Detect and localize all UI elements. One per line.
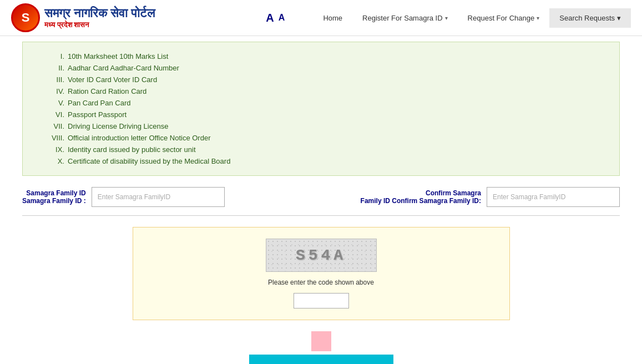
logo-area: S समग्र नागरिक सेवा पोर्टल मध्य प्रदेश श…	[11, 3, 155, 32]
confirm-samagra-family-id-input[interactable]	[487, 187, 620, 207]
font-small-button[interactable]: A	[279, 13, 285, 23]
logo-text: समग्र नागरिक सेवा पोर्टल मध्य प्रदेश शास…	[44, 6, 155, 29]
list-item: X.Certificate of disability issued by th…	[34, 155, 608, 167]
register-arrow-icon: ▾	[445, 15, 448, 21]
logo-icon: S	[11, 3, 40, 32]
nav-search[interactable]: Search Requests ▾	[549, 8, 631, 28]
list-item: V.Pan Card Pan Card	[34, 97, 608, 109]
captcha-code: S54A	[296, 247, 346, 264]
captcha-label: Please enter the code shown above	[268, 279, 374, 286]
list-item-num: IX.	[34, 145, 64, 154]
form-section: Samagra Family ID Samagra Family ID : Co…	[22, 187, 620, 364]
get-family-details-button[interactable]: GET FAMILY DETAILS	[249, 355, 393, 364]
list-item-text: Passport Passport	[68, 110, 127, 119]
list-item-num: V.	[34, 99, 64, 107]
document-list: I.10th Marksheet 10th Marks ListII.Aadha…	[34, 50, 608, 167]
list-item-num: VII.	[34, 122, 64, 130]
logo-title: समग्र नागरिक सेवा पोर्टल	[44, 6, 155, 21]
list-item-num: III.	[34, 75, 64, 84]
list-item-text: Identity card issued by public sector un…	[68, 145, 196, 154]
captcha-section: S54A Please enter the code shown above	[133, 227, 510, 320]
font-size-toggle: A A	[266, 12, 285, 24]
request-arrow-icon: ▾	[537, 15, 539, 21]
list-item-text: Aadhar Card Aadhar-Card Number	[68, 64, 179, 72]
list-item-num: IV.	[34, 87, 64, 95]
samagra-label: Samagra Family ID Samagra Family ID :	[22, 189, 86, 205]
list-item-text: Certificate of disability issued by the …	[68, 157, 230, 165]
list-item-num: VIII.	[34, 134, 64, 142]
samagra-field-group: Samagra Family ID Samagra Family ID :	[22, 187, 225, 207]
list-item: VII.Driving License Driving License	[34, 120, 608, 132]
captcha-image: S54A	[266, 239, 377, 272]
captcha-input[interactable]	[294, 293, 349, 309]
list-item-text: Voter ID Card Voter ID Card	[68, 75, 157, 84]
header: S समग्र नागरिक सेवा पोर्टल मध्य प्रदेश श…	[0, 0, 642, 36]
list-item-num: II.	[34, 64, 64, 72]
pink-box-decoration	[311, 331, 331, 351]
list-item: II.Aadhar Card Aadhar-Card Number	[34, 62, 608, 74]
bottom-area: GET FAMILY DETAILS	[22, 331, 620, 364]
confirm-samagra-field-group: Confirm Samagra Family ID Confirm Samagr…	[361, 187, 620, 207]
list-item: VI.Passport Passport	[34, 109, 608, 120]
list-item-num: X.	[34, 157, 64, 165]
main-content: I.10th Marksheet 10th Marks ListII.Aadha…	[0, 36, 642, 364]
list-item-text: 10th Marksheet 10th Marks List	[68, 52, 168, 60]
list-item: III.Voter ID Card Voter ID Card	[34, 74, 608, 85]
nav-request[interactable]: Request For Change ▾	[458, 8, 550, 28]
divider	[22, 215, 620, 216]
list-item: IV.Ration Card Ration Card	[34, 85, 608, 97]
samagra-family-id-input[interactable]	[92, 187, 225, 207]
list-item-text: Driving License Driving License	[68, 122, 168, 130]
document-list-box: I.10th Marksheet 10th Marks ListII.Aadha…	[22, 42, 620, 176]
nav-home[interactable]: Home	[313, 8, 352, 28]
logo-subtitle: मध्य प्रदेश शासन	[44, 21, 155, 29]
list-item: VIII.Official introduction letter Office…	[34, 132, 608, 144]
list-item-num: I.	[34, 52, 64, 60]
list-item: I.10th Marksheet 10th Marks List	[34, 50, 608, 62]
search-arrow-icon: ▾	[617, 14, 621, 22]
nav-register[interactable]: Register For Samagra ID ▾	[352, 8, 458, 28]
list-item-num: VI.	[34, 110, 64, 119]
font-large-button[interactable]: A	[266, 12, 274, 24]
list-item-text: Official introduction letter Office Noti…	[68, 134, 210, 142]
confirm-label: Confirm Samagra Family ID Confirm Samagr…	[361, 189, 481, 205]
form-row: Samagra Family ID Samagra Family ID : Co…	[22, 187, 620, 207]
list-item-text: Pan Card Pan Card	[68, 99, 130, 107]
list-item-text: Ration Card Ration Card	[68, 87, 146, 95]
nav-menu: Home Register For Samagra ID ▾ Request F…	[313, 8, 631, 28]
list-item: IX.Identity card issued by public sector…	[34, 144, 608, 155]
